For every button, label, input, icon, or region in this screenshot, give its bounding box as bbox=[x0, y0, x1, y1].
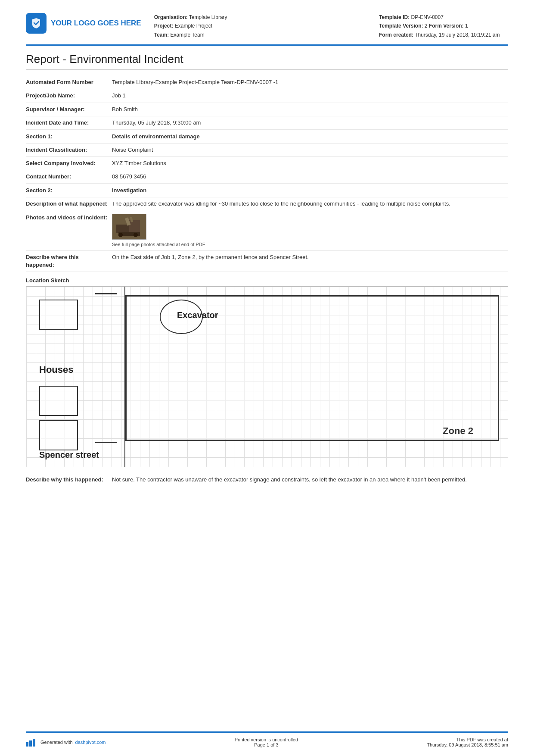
project-label: Project: bbox=[154, 23, 174, 29]
field-label-company: Select Company Involved: bbox=[26, 159, 112, 167]
dashpivot-logo-icon bbox=[26, 738, 38, 747]
zone2-label: Zone 2 bbox=[443, 425, 473, 437]
report-title: Report - Environmental Incident bbox=[26, 53, 508, 70]
field-row-incident-date: Incident Date and Time: Thursday, 05 Jul… bbox=[26, 116, 508, 130]
footer-site-link[interactable]: dashpivot.com bbox=[75, 740, 106, 745]
sketch-bottom-bar bbox=[95, 442, 117, 450]
team-value: Example Team bbox=[171, 32, 205, 38]
field-label-description: Description of what happened: bbox=[26, 200, 112, 208]
footer-generated-text: Generated with bbox=[40, 740, 73, 745]
svg-rect-8 bbox=[26, 742, 28, 747]
form-version-label: Form Version: bbox=[429, 23, 464, 29]
field-value-describe-where: On the East side of Job 1, Zone 2, by th… bbox=[112, 253, 508, 261]
field-row-describe-where: Describe where this happened: On the Eas… bbox=[26, 251, 508, 272]
field-value-automated-form: Template Library-Example Project-Example… bbox=[112, 78, 508, 86]
field-label-contact: Contact Number: bbox=[26, 173, 112, 181]
svg-point-4 bbox=[118, 233, 123, 237]
form-version-value: 1 bbox=[465, 23, 468, 29]
field-value-company: XYZ Timber Solutions bbox=[112, 159, 508, 167]
section1-row: Section 1: Details of environmental dama… bbox=[26, 130, 508, 144]
template-id-label: Template ID: bbox=[379, 14, 410, 20]
footer-uncontrolled-text: Printed version is uncontrolled bbox=[235, 737, 298, 742]
field-row-automated-form: Automated Form Number Template Library-E… bbox=[26, 76, 508, 89]
team-label: Team: bbox=[154, 32, 169, 38]
photo-thumbnail bbox=[112, 214, 146, 240]
spencer-street-label: Spencer street bbox=[39, 450, 99, 460]
page-header: YOUR LOGO GOES HERE Organisation: Templa… bbox=[26, 13, 508, 46]
section2-row: Section 2: Investigation bbox=[26, 184, 508, 197]
field-row-supervisor: Supervisor / Manager: Bob Smith bbox=[26, 103, 508, 116]
field-row-photos: Photos and videos of incident: See full … bbox=[26, 211, 508, 251]
field-row-describe-why: Describe why this happened: Not sure. Th… bbox=[26, 473, 508, 486]
footer-page-text: Page 1 of 3 bbox=[235, 742, 298, 747]
org-value: Template Library bbox=[189, 14, 227, 20]
field-row-company: Select Company Involved: XYZ Timber Solu… bbox=[26, 157, 508, 170]
field-label-incident-date: Incident Date and Time: bbox=[26, 119, 112, 127]
field-value-incident-class: Noise Complaint bbox=[112, 146, 508, 154]
logo-text: YOUR LOGO GOES HERE bbox=[51, 19, 141, 28]
footer-pdf-created-text: This PDF was created at bbox=[427, 737, 508, 742]
field-row-description: Description of what happened: The approv… bbox=[26, 197, 508, 211]
section1-value: Details of environmental damage bbox=[112, 133, 200, 140]
form-created-value: Thursday, 19 July 2018, 10:19:21 am bbox=[415, 32, 500, 38]
house-box-2 bbox=[39, 386, 78, 416]
project-value: Example Project bbox=[175, 23, 212, 29]
field-row-contact: Contact Number: 08 5679 3456 bbox=[26, 170, 508, 184]
header-middle: Organisation: Template Library Project: … bbox=[154, 13, 379, 39]
field-label-incident-class: Incident Classification: bbox=[26, 146, 112, 154]
template-version-label: Template Version: bbox=[379, 23, 423, 29]
location-sketch-label: Location Sketch bbox=[26, 277, 508, 284]
sketch-top-bar bbox=[95, 287, 117, 294]
logo-icon bbox=[26, 13, 47, 34]
field-value-project-job: Job 1 bbox=[112, 92, 508, 100]
form-created-label: Form created: bbox=[379, 32, 413, 38]
field-value-incident-date: Thursday, 05 July 2018, 9:30:00 am bbox=[112, 119, 508, 127]
houses-label: Houses bbox=[39, 364, 73, 375]
field-label-describe-where: Describe where this happened: bbox=[26, 253, 112, 269]
field-label-describe-why: Describe why this happened: bbox=[26, 476, 112, 484]
field-value-description: The approved site excavator was idling f… bbox=[112, 200, 508, 208]
footer-pdf-created-date: Thursday, 09 August 2018, 8:55:51 am bbox=[427, 742, 508, 747]
excavator-label: Excavator bbox=[177, 310, 218, 320]
svg-rect-2 bbox=[129, 220, 140, 233]
svg-point-5 bbox=[134, 233, 138, 237]
field-label-automated-form: Automated Form Number bbox=[26, 78, 112, 86]
footer-right: This PDF was created at Thursday, 09 Aug… bbox=[427, 737, 508, 747]
svg-rect-1 bbox=[116, 225, 129, 233]
field-label-photos: Photos and videos of incident: bbox=[26, 214, 112, 222]
field-value-describe-why: Not sure. The contractor was unaware of … bbox=[112, 476, 508, 484]
field-value-supervisor: Bob Smith bbox=[112, 106, 508, 113]
field-label-supervisor: Supervisor / Manager: bbox=[26, 106, 112, 113]
section2-label: Section 2: bbox=[26, 187, 112, 194]
photo-note: See full page photos attached at end of … bbox=[112, 241, 508, 248]
section2-value: Investigation bbox=[112, 187, 146, 194]
svg-rect-10 bbox=[33, 739, 35, 747]
header-right: Template ID: DP-ENV-0007 Template Versio… bbox=[379, 13, 508, 39]
org-label: Organisation: bbox=[154, 14, 188, 20]
svg-rect-9 bbox=[29, 740, 32, 747]
field-label-project-job: Project/Job Name: bbox=[26, 92, 112, 100]
footer-center: Printed version is uncontrolled Page 1 o… bbox=[235, 737, 298, 747]
page-footer: Generated with dashpivot.com Printed ver… bbox=[26, 731, 508, 747]
location-sketch: Houses Excavator Zone 2 Spencer street bbox=[26, 286, 508, 467]
field-row-project-job: Project/Job Name: Job 1 bbox=[26, 89, 508, 103]
field-row-incident-class: Incident Classification: Noise Complaint bbox=[26, 144, 508, 157]
house-box-1 bbox=[39, 300, 78, 330]
field-value-photos: See full page photos attached at end of … bbox=[112, 214, 508, 248]
house-box-3 bbox=[39, 420, 78, 450]
field-value-contact: 08 5679 3456 bbox=[112, 173, 508, 181]
logo-area: YOUR LOGO GOES HERE bbox=[26, 13, 141, 34]
section1-label: Section 1: bbox=[26, 133, 112, 140]
footer-left: Generated with dashpivot.com bbox=[26, 738, 106, 747]
template-id-value: DP-ENV-0007 bbox=[411, 14, 443, 20]
template-version-value: 2 bbox=[425, 23, 428, 29]
